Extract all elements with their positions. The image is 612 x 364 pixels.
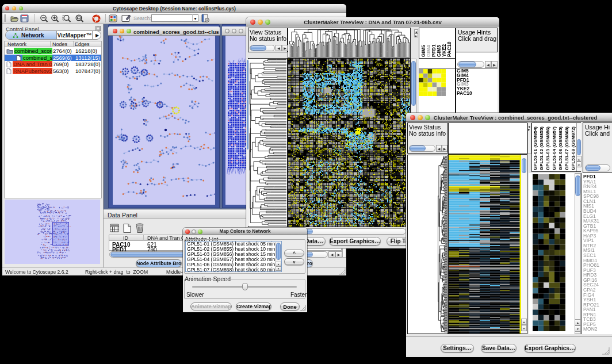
- svg-text:GPL51-07 (GSM868): GPL51-07 (GSM868): [564, 127, 569, 170]
- svg-text:GPL51-01 (GSM854): GPL51-01 (GSM854): [533, 127, 538, 170]
- svg-text:PAC10: PAC10: [446, 41, 452, 57]
- svg-text:GPL51-02 (GSM855): GPL51-02 (GSM855): [539, 127, 544, 170]
- svg-text:GPL51-03 (GSM856): GPL51-03 (GSM856): [545, 127, 550, 170]
- svg-text:GPL51-04 (GSM857): GPL51-04 (GSM857): [552, 127, 557, 170]
- svg-text:GPL51-06 (GSM865): GPL51-06 (GSM865): [558, 127, 563, 170]
- svg-text:GPL51-08 (GSM872): GPL51-08 (GSM872): [571, 127, 576, 170]
